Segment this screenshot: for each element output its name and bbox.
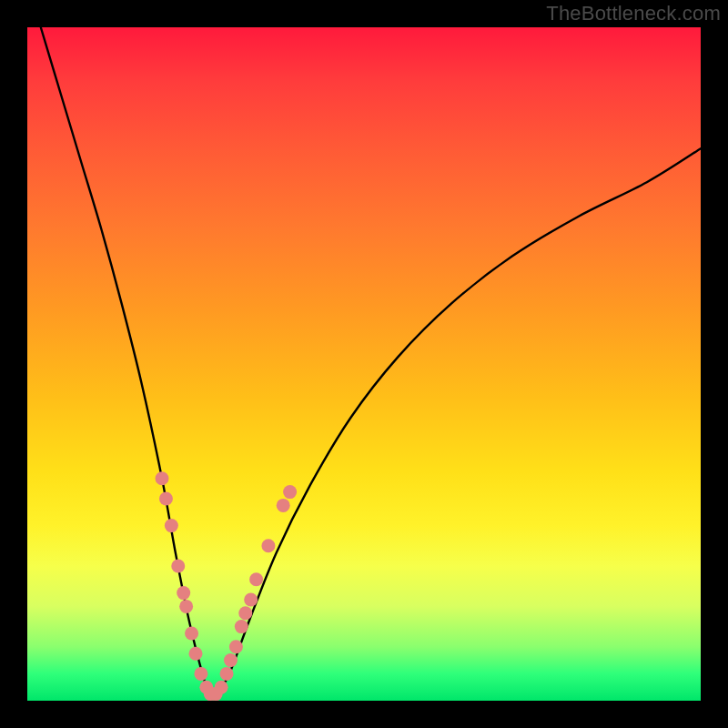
watermark-text: TheBottleneck.com bbox=[546, 2, 721, 25]
curve-marker bbox=[179, 600, 193, 613]
curve-marker bbox=[238, 606, 252, 620]
curve-marker bbox=[244, 593, 258, 607]
curve-marker bbox=[189, 647, 203, 661]
curve-marker bbox=[171, 560, 185, 573]
chart-frame: TheBottleneck.com bbox=[0, 0, 728, 728]
curve-marker bbox=[224, 653, 238, 667]
marker-group bbox=[156, 471, 298, 701]
curve-marker bbox=[194, 667, 207, 681]
plot-area bbox=[27, 27, 701, 701]
curve-marker bbox=[165, 519, 178, 532]
bottleneck-curve-svg bbox=[27, 27, 701, 701]
curve-marker bbox=[229, 640, 243, 653]
curve-marker bbox=[283, 485, 297, 499]
curve-marker bbox=[156, 471, 169, 485]
curve-marker bbox=[249, 572, 263, 586]
curve-marker bbox=[261, 539, 275, 552]
curve-marker bbox=[177, 586, 190, 600]
curve-marker bbox=[220, 667, 234, 681]
curve-marker bbox=[277, 499, 290, 512]
bottleneck-curve bbox=[41, 27, 701, 696]
curve-marker bbox=[235, 620, 248, 633]
curve-marker bbox=[159, 492, 173, 506]
curve-group bbox=[41, 27, 701, 696]
curve-marker bbox=[185, 627, 198, 641]
curve-marker bbox=[215, 681, 228, 694]
